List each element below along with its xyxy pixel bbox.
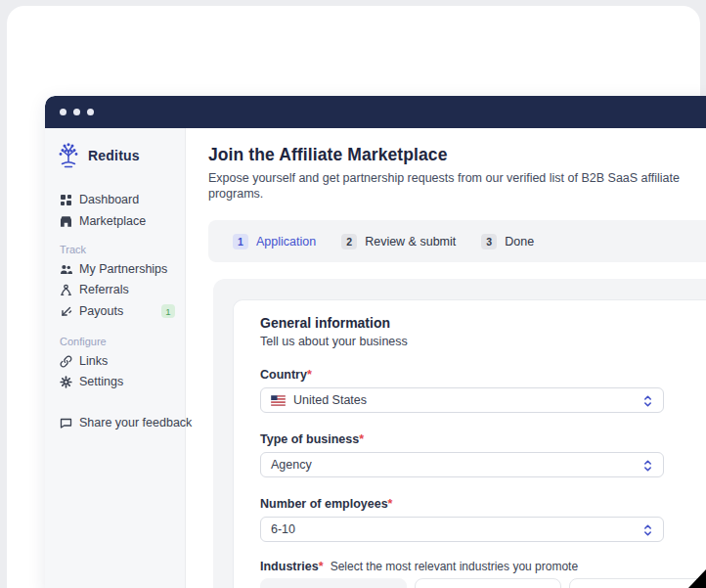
step-done[interactable]: 3 Done — [481, 234, 534, 249]
step-label: Review & submit — [365, 235, 456, 249]
form-heading: General information — [260, 315, 706, 331]
chat-bubble-icon — [60, 417, 72, 430]
window-control-dot[interactable] — [73, 109, 80, 115]
stepper: 1 Application 2 Review & submit 3 Done — [208, 220, 706, 262]
sidebar-item-label: Settings — [79, 375, 123, 388]
people-icon — [60, 263, 72, 276]
required-asterisk: * — [359, 432, 364, 446]
dashboard-icon — [60, 194, 72, 206]
number-of-employees-label: Number of employees* — [260, 497, 706, 511]
sidebar-item-label: Links — [79, 354, 108, 368]
window-titlebar — [45, 96, 706, 128]
sidebar-item-links[interactable]: Links — [60, 351, 179, 371]
reditus-tree-logo-icon — [57, 143, 80, 169]
page-title: Join the Affiliate Marketplace — [208, 144, 706, 165]
chevron-up-down-icon — [641, 459, 654, 473]
link-icon — [60, 355, 72, 368]
window-control-dot[interactable] — [87, 109, 94, 115]
industry-option-accounting[interactable]: Accounting — [260, 578, 407, 588]
industries-hint: Select the most relevant industries you … — [331, 560, 578, 573]
step-application[interactable]: 1 Application — [233, 234, 316, 249]
chevron-up-down-icon — [641, 394, 654, 408]
step-label: Application — [256, 235, 316, 249]
required-asterisk: * — [388, 497, 393, 511]
gear-icon — [60, 376, 72, 388]
required-asterisk: * — [307, 368, 312, 382]
step-number: 3 — [481, 234, 497, 249]
sidebar-item-label: Payouts — [79, 304, 123, 318]
step-number: 2 — [341, 234, 357, 249]
sidebar-item-my-partnerships[interactable]: My Partnerships — [60, 259, 179, 279]
step-review-submit[interactable]: 2 Review & submit — [341, 234, 456, 249]
form-section-background: General information Tell us about your b… — [213, 279, 706, 588]
referrals-icon — [60, 284, 72, 296]
industry-option-business[interactable]: Business — [415, 578, 561, 588]
form-subheading: Tell us about your business — [260, 335, 706, 348]
sidebar-item-share-feedback[interactable]: Share your feedback — [60, 413, 179, 432]
industries-label: Industries* Select the most relevant ind… — [260, 560, 706, 573]
type-of-business-value: Agency — [271, 458, 312, 472]
page-subtitle: Expose yourself and get partnership requ… — [208, 170, 706, 202]
sidebar: Reditus Dashboard Marketplace — [45, 128, 186, 588]
chevron-up-down-icon — [641, 523, 654, 537]
sidebar-item-settings[interactable]: Settings — [60, 372, 179, 391]
type-of-business-label: Type of business* — [260, 432, 706, 446]
payouts-count-badge: 1 — [161, 304, 175, 318]
sidebar-item-label: Marketplace — [79, 214, 146, 228]
step-label: Done — [505, 235, 534, 249]
general-information-card: General information Tell us about your b… — [233, 299, 706, 588]
sidebar-section-configure: Configure — [60, 335, 107, 348]
industry-options: Accounting Business — [260, 578, 706, 588]
number-of-employees-value: 6-10 — [271, 522, 295, 536]
sidebar-item-label: My Partnerships — [79, 262, 167, 276]
sidebar-item-dashboard[interactable]: Dashboard — [60, 190, 179, 209]
brand-name: Reditus — [88, 148, 140, 163]
us-flag-icon — [271, 395, 286, 406]
main-content: Join the Affiliate Marketplace Expose yo… — [186, 128, 706, 588]
sidebar-item-label: Referrals — [79, 283, 129, 296]
app-window: Reditus Dashboard Marketplace — [45, 96, 706, 588]
number-of-employees-select[interactable]: 6-10 — [260, 517, 664, 542]
window-control-dot[interactable] — [60, 109, 66, 115]
country-value: United States — [293, 393, 367, 407]
sidebar-item-referrals[interactable]: Referrals — [60, 280, 179, 299]
country-label: Country* — [260, 368, 706, 382]
brand[interactable]: Reditus — [57, 140, 140, 171]
type-of-business-select[interactable]: Agency — [260, 452, 664, 477]
sidebar-item-payouts[interactable]: Payouts 1 — [60, 301, 179, 321]
sidebar-section-track: Track — [60, 243, 86, 256]
step-number: 1 — [233, 234, 248, 249]
sidebar-item-marketplace[interactable]: Marketplace — [60, 211, 179, 231]
sidebar-item-label: Share your feedback — [79, 416, 192, 430]
country-select[interactable]: United States — [260, 387, 664, 413]
sidebar-item-label: Dashboard — [79, 193, 139, 206]
mouse-cursor — [688, 569, 706, 588]
payout-arrow-icon — [60, 305, 72, 318]
industry-option-development[interactable]: Development — [569, 578, 706, 588]
storefront-icon — [60, 215, 72, 228]
